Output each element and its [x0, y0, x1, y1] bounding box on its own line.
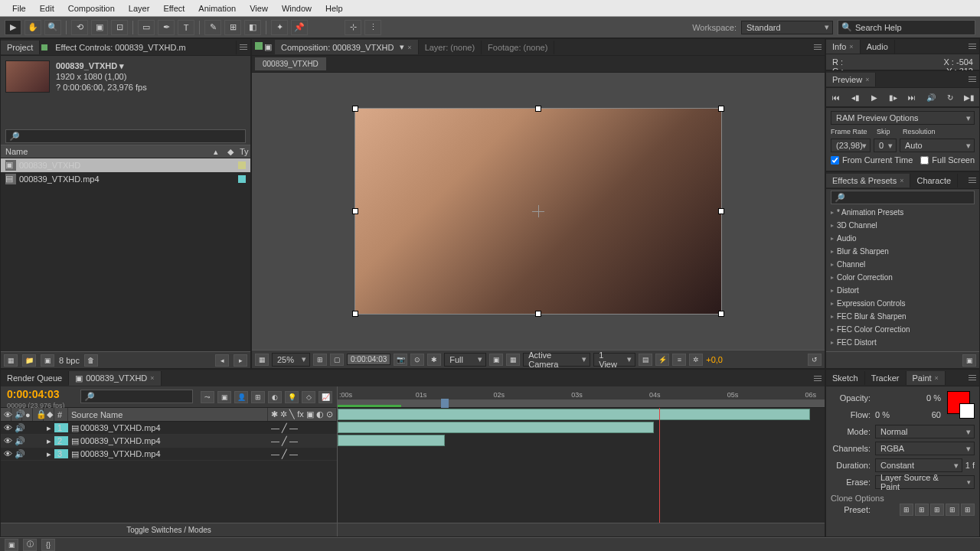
- mask-button[interactable]: ▢: [330, 354, 344, 366]
- ram-options-dropdown[interactable]: RAM Preview Options: [831, 111, 975, 125]
- hide-shy-button[interactable]: 👤: [234, 391, 248, 403]
- effect-category[interactable]: Expression Controls: [826, 297, 979, 310]
- grid-button[interactable]: ⊞: [313, 354, 327, 366]
- layer-bar-2[interactable]: [338, 422, 654, 433]
- graph-editor-button[interactable]: 📈: [318, 391, 332, 403]
- new-folder-button[interactable]: 📁: [22, 354, 36, 367]
- selection-tool[interactable]: ▶: [5, 20, 21, 35]
- roto-tool[interactable]: ✦: [271, 20, 288, 35]
- layer-bar-1[interactable]: [338, 409, 810, 420]
- text-tool[interactable]: T: [178, 20, 194, 35]
- current-time-indicator[interactable]: [659, 408, 660, 523]
- always-preview-button[interactable]: ▦: [255, 354, 269, 366]
- panel-menu-icon[interactable]: [811, 373, 825, 383]
- work-area-start[interactable]: [441, 399, 449, 408]
- timeline-button[interactable]: ≡: [672, 354, 686, 366]
- effect-controls-tab[interactable]: Effect Controls: 000839_VTXHD.m: [49, 41, 237, 54]
- workspace-dropdown[interactable]: Standard: [741, 21, 833, 34]
- menu-effect[interactable]: Effect: [157, 2, 191, 15]
- mute-button[interactable]: 🔊: [924, 91, 939, 103]
- menu-window[interactable]: Window: [276, 2, 318, 15]
- res-dropdown[interactable]: Auto: [900, 139, 975, 152]
- rotation-tool[interactable]: ⟲: [71, 20, 88, 35]
- exposure-value[interactable]: +0,0: [706, 355, 723, 364]
- bpc-indicator[interactable]: 8 bpc: [59, 356, 80, 365]
- info-button[interactable]: ⓘ: [23, 539, 37, 551]
- comp-mini-flowchart[interactable]: ⤳: [201, 391, 214, 403]
- pen-tool[interactable]: ✒: [158, 20, 175, 35]
- first-frame-button[interactable]: ⏮: [829, 91, 844, 103]
- handle-bot-right[interactable]: [718, 311, 724, 317]
- channel-button[interactable]: ⊙: [410, 354, 424, 366]
- expand-button[interactable]: ▣: [5, 539, 18, 551]
- handle-mid-left[interactable]: [352, 208, 358, 214]
- composition-tab[interactable]: Composition: 000839_VTXHD ▾×: [275, 40, 419, 54]
- layer-row-1[interactable]: 👁🔊 ▸1 ▤ 000839_VTXHD.mp4 — ╱ —: [1, 422, 337, 435]
- name-column[interactable]: Name ▴: [1, 147, 223, 157]
- effects-presets-tab[interactable]: Effects & Presets×: [826, 174, 910, 187]
- transparency-button[interactable]: ▦: [506, 354, 520, 366]
- hand-tool[interactable]: ✋: [24, 20, 41, 35]
- zoom-tool[interactable]: 🔍: [44, 20, 61, 35]
- character-tab[interactable]: Characte: [910, 174, 958, 187]
- handle-bot-left[interactable]: [352, 311, 358, 317]
- type-column[interactable]: Ty: [235, 147, 250, 156]
- background-color[interactable]: [959, 403, 975, 419]
- panel-menu-icon[interactable]: [811, 42, 825, 53]
- effect-category[interactable]: Distort: [826, 284, 979, 297]
- brush-tool[interactable]: ✎: [204, 20, 221, 35]
- clone-tool[interactable]: ⊞: [224, 20, 241, 35]
- search-help-input[interactable]: 🔍 Search Help: [838, 20, 975, 35]
- preset-2[interactable]: ⊞: [915, 504, 929, 516]
- effect-category[interactable]: Blur & Sharpen: [826, 245, 979, 258]
- source-name-column[interactable]: Source Name: [68, 408, 268, 421]
- effects-search[interactable]: 🔎: [831, 191, 975, 204]
- panel-menu-icon[interactable]: [965, 175, 979, 186]
- handle-top-mid[interactable]: [535, 106, 541, 112]
- mode-dropdown[interactable]: Normal: [875, 425, 975, 439]
- erase-dropdown[interactable]: Layer Source & Paint: [875, 475, 975, 489]
- handle-top-left[interactable]: [352, 106, 358, 112]
- color-mgmt-button[interactable]: ✱: [427, 354, 441, 366]
- label-column[interactable]: ◆: [223, 147, 235, 157]
- zoom-dropdown[interactable]: 25%: [272, 353, 310, 367]
- composition-preview[interactable]: [354, 108, 722, 315]
- snap-toggle[interactable]: ⊹: [345, 20, 361, 35]
- fast-previews-button[interactable]: ⚡: [655, 354, 669, 366]
- layer-bar-3[interactable]: [338, 435, 445, 446]
- camera-dropdown[interactable]: Active Camera: [523, 353, 590, 367]
- views-dropdown[interactable]: 1 View: [593, 353, 635, 367]
- loop-button[interactable]: ↻: [943, 91, 958, 103]
- play-button[interactable]: ▶: [867, 91, 882, 103]
- preset-4[interactable]: ⊞: [946, 504, 959, 516]
- snapshot-button[interactable]: 📷: [394, 354, 407, 366]
- duration-dropdown[interactable]: Constant: [875, 458, 962, 472]
- snap-opts[interactable]: ⋮: [364, 20, 381, 35]
- toggle-switches-modes[interactable]: Toggle Switches / Modes: [1, 523, 337, 536]
- menu-animation[interactable]: Animation: [192, 2, 242, 15]
- timeline-search[interactable]: 🔎: [80, 390, 193, 403]
- prev-frame-button[interactable]: ◂▮: [848, 91, 863, 103]
- sketch-tab[interactable]: Sketch: [826, 371, 865, 385]
- handle-top-right[interactable]: [718, 106, 724, 112]
- framerate-dropdown[interactable]: (23,98): [831, 139, 871, 152]
- menu-file[interactable]: File: [6, 2, 32, 15]
- effect-category[interactable]: Channel: [826, 258, 979, 271]
- timeline-comp-tab[interactable]: ▣000839_VTXHD×: [69, 371, 161, 386]
- menu-composition[interactable]: Composition: [62, 2, 121, 15]
- effect-category[interactable]: * Animation Presets: [826, 206, 979, 219]
- render-queue-tab[interactable]: Render Queue: [1, 371, 69, 385]
- project-tab[interactable]: Project: [1, 41, 40, 54]
- footage-tab[interactable]: Footage: (none): [482, 41, 554, 54]
- skip-dropdown[interactable]: 0: [874, 139, 897, 152]
- new-bin-button[interactable]: ▣: [962, 354, 976, 367]
- handle-bot-mid[interactable]: [535, 311, 541, 317]
- resolution-dropdown[interactable]: Full: [444, 353, 486, 367]
- preview-tab[interactable]: Preview×: [826, 73, 876, 86]
- brainstorm-button[interactable]: 💡: [285, 391, 299, 403]
- timeline-track-area[interactable]: [338, 408, 825, 523]
- last-frame-button[interactable]: ⏭: [905, 91, 920, 103]
- fullscreen-checkbox[interactable]: Full Screen: [920, 155, 975, 165]
- next-frame-button[interactable]: ▮▸: [886, 91, 900, 103]
- asset-thumbnail[interactable]: [5, 60, 50, 93]
